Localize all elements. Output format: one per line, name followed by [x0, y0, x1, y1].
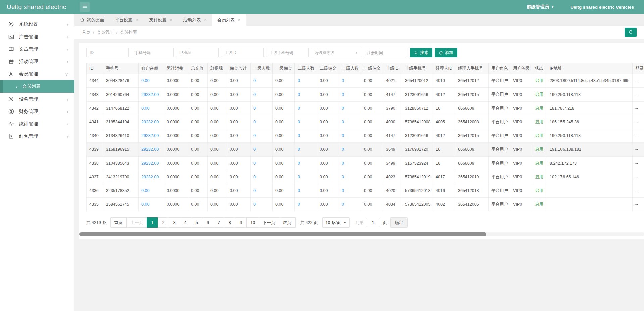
- cell-l2_count[interactable]: 0: [295, 157, 317, 170]
- cell-l2_count[interactable]: 0: [295, 74, 317, 88]
- sidebar-item-devices[interactable]: 设备管理‹: [0, 93, 74, 105]
- cell-l1_count[interactable]: 0: [251, 143, 273, 157]
- pagination-page-1[interactable]: 1: [147, 217, 158, 228]
- cell-balance[interactable]: 0.00: [139, 102, 164, 115]
- tab-member-list[interactable]: 会员列表×: [212, 14, 246, 26]
- cell-l3_count[interactable]: 0: [339, 184, 361, 198]
- pagination-first-button[interactable]: 首页: [110, 217, 127, 228]
- filter-parent-id-input[interactable]: [221, 48, 264, 57]
- tab-desktop[interactable]: 我的桌面: [74, 14, 110, 26]
- filter-regtime-input[interactable]: [364, 48, 406, 57]
- sidebar-item-finance[interactable]: 财务管理‹: [0, 105, 74, 118]
- horizontal-scrollbar-track[interactable]: [79, 232, 644, 236]
- cell-balance[interactable]: 29232.00: [139, 143, 164, 157]
- pagination-page-10[interactable]: 10: [246, 217, 259, 228]
- cell-l3_count[interactable]: 0: [339, 129, 361, 143]
- cell-l1_count[interactable]: 0: [251, 157, 273, 170]
- sidebar-item-activities[interactable]: 活动管理‹: [0, 55, 74, 68]
- cell-l3_count[interactable]: 0: [339, 102, 361, 115]
- cell-l2_count[interactable]: 0: [295, 129, 317, 143]
- cell-l2_count[interactable]: 0: [295, 115, 317, 129]
- close-icon[interactable]: ×: [136, 17, 139, 22]
- filter-level-select[interactable]: 请选择等级▼: [311, 48, 361, 57]
- pagination-prev-button[interactable]: 上一页: [126, 217, 147, 228]
- cell-balance[interactable]: 29232.00: [139, 88, 164, 102]
- add-button[interactable]: 添加: [435, 48, 457, 57]
- search-button[interactable]: 搜索: [410, 48, 432, 57]
- sidebar-item-system[interactable]: 系统设置‹: [0, 18, 74, 30]
- cell-l3_count[interactable]: 0: [339, 143, 361, 157]
- pagination-page-3[interactable]: 3: [169, 217, 180, 228]
- cell-status[interactable]: 启用: [532, 88, 547, 102]
- cell-status[interactable]: 启用: [532, 198, 547, 211]
- sidebar-item-articles[interactable]: 文章管理‹: [0, 43, 74, 55]
- menu-toggle-button[interactable]: [80, 2, 90, 12]
- cell-l2_count[interactable]: 0: [295, 143, 317, 157]
- cell-balance[interactable]: 0.00: [139, 74, 164, 88]
- cell-status[interactable]: 启用: [532, 115, 547, 129]
- cell-l1_count[interactable]: 0: [251, 129, 273, 143]
- cell-l3_count[interactable]: 0: [339, 198, 361, 211]
- cell-l1_count[interactable]: 0: [251, 74, 273, 88]
- cell-status[interactable]: 启用: [532, 157, 547, 170]
- pagination-page-7[interactable]: 7: [213, 217, 224, 228]
- pagination-page-4[interactable]: 4: [180, 217, 191, 228]
- close-icon[interactable]: ×: [204, 17, 207, 22]
- pagination-page-2[interactable]: 2: [158, 217, 169, 228]
- cell-l3_count[interactable]: 0: [339, 88, 361, 102]
- cell-status[interactable]: 启用: [532, 102, 547, 115]
- breadcrumb-home[interactable]: 首页: [82, 29, 90, 35]
- pagination-next-button[interactable]: 下一页: [259, 217, 279, 228]
- close-icon[interactable]: ×: [238, 17, 241, 22]
- cell-l1_count[interactable]: 0: [251, 198, 273, 211]
- filter-ip-input[interactable]: [176, 48, 219, 57]
- cell-l1_count[interactable]: 0: [251, 115, 273, 129]
- cell-l3_count[interactable]: 0: [339, 74, 361, 88]
- cell-balance[interactable]: 0.00: [139, 184, 164, 198]
- cell-l1_count[interactable]: 0: [251, 170, 273, 184]
- cell-status[interactable]: 启用: [532, 184, 547, 198]
- pagination-page-6[interactable]: 6: [202, 217, 213, 228]
- admin-dropdown[interactable]: 超级管理员 ▼: [527, 4, 554, 10]
- cell-l3_count[interactable]: 0: [339, 115, 361, 129]
- tab-payment-settings[interactable]: 支付设置×: [144, 14, 178, 26]
- goto-page-input[interactable]: [366, 218, 380, 227]
- goto-confirm-button[interactable]: 确定: [390, 217, 408, 228]
- sidebar-item-ads[interactable]: 广告管理‹: [0, 30, 74, 43]
- filter-id-input[interactable]: [86, 48, 129, 57]
- horizontal-scrollbar-thumb[interactable]: [79, 232, 486, 236]
- breadcrumb-section[interactable]: 会员管理: [97, 29, 113, 35]
- cell-l1_count[interactable]: 0: [251, 88, 273, 102]
- sidebar-subitem-member-list[interactable]: ›会员列表: [0, 80, 74, 93]
- cell-balance[interactable]: 29232.00: [139, 157, 164, 170]
- filter-phone-input[interactable]: [131, 48, 174, 57]
- pagination-page-5[interactable]: 5: [191, 217, 202, 228]
- cell-status[interactable]: 启用: [532, 129, 547, 143]
- cell-l1_count[interactable]: 0: [251, 102, 273, 115]
- cell-balance[interactable]: 0.00: [139, 198, 164, 211]
- cell-l1_count[interactable]: 0: [251, 184, 273, 198]
- pagination-last-button[interactable]: 尾页: [279, 217, 296, 228]
- cell-status[interactable]: 启用: [532, 143, 547, 157]
- cell-l2_count[interactable]: 0: [295, 88, 317, 102]
- pagination-page-8[interactable]: 8: [224, 217, 235, 228]
- refresh-button[interactable]: [625, 28, 637, 37]
- cell-balance[interactable]: 29232.00: [139, 115, 164, 129]
- cell-balance[interactable]: 29232.00: [139, 129, 164, 143]
- cell-l2_count[interactable]: 0: [295, 198, 317, 211]
- sidebar-item-stats[interactable]: 统计管理‹: [0, 118, 74, 130]
- cell-balance[interactable]: 29232.00: [139, 170, 164, 184]
- cell-l2_count[interactable]: 0: [295, 184, 317, 198]
- tab-platform-settings[interactable]: 平台设置×: [110, 14, 144, 26]
- cell-status[interactable]: 启用: [532, 170, 547, 184]
- tab-activity-list[interactable]: 活动列表×: [178, 14, 212, 26]
- close-icon[interactable]: ×: [170, 17, 173, 22]
- sidebar-item-redpacket[interactable]: 红包管理‹: [0, 130, 74, 142]
- per-page-select[interactable]: 10 条/页▼: [322, 217, 350, 228]
- sidebar-item-members[interactable]: 会员管理∨: [0, 68, 74, 80]
- cell-l2_count[interactable]: 0: [295, 170, 317, 184]
- pagination-page-9[interactable]: 9: [235, 217, 247, 228]
- cell-l3_count[interactable]: 0: [339, 157, 361, 170]
- filter-parent-phone-input[interactable]: [266, 48, 309, 57]
- cell-status[interactable]: 启用: [532, 74, 547, 88]
